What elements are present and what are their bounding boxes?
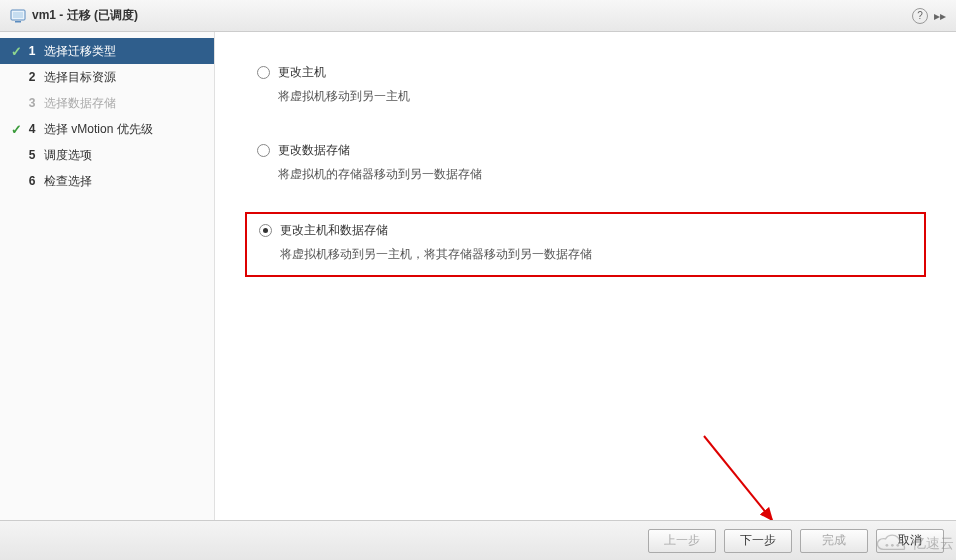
svg-rect-1 [13,12,23,18]
wizard-sidebar: ✓ 1 选择迁移类型 2 选择目标资源 3 选择数据存储 ✓ 4 选择 vMot… [0,32,215,520]
radio-change-host[interactable] [257,66,270,79]
wizard-step-6[interactable]: 6 检查选择 [0,168,214,194]
wizard-main: 更改主机 将虚拟机移动到另一主机 更改数据存储 将虚拟机的存储器移动到另一数据存… [215,32,956,520]
wizard-step-2[interactable]: 2 选择目标资源 [0,64,214,90]
wizard-body: ✓ 1 选择迁移类型 2 选择目标资源 3 选择数据存储 ✓ 4 选择 vMot… [0,32,956,520]
radio-change-both[interactable] [259,224,272,237]
option-desc: 将虚拟机移动到另一主机，将其存储器移动到另一数据存储 [280,245,912,264]
check-icon: ✓ [8,122,24,137]
watermark: 亿速云 [874,534,954,554]
wizard-footer: 上一步 下一步 完成 取消 [0,520,956,560]
option-desc: 将虚拟机移动到另一主机 [278,87,914,106]
option-change-datastore[interactable]: 更改数据存储 将虚拟机的存储器移动到另一数据存储 [245,134,926,194]
option-title: 更改主机 [278,64,326,81]
watermark-text: 亿速云 [912,535,954,553]
step-label: 选择 vMotion 优先级 [40,121,153,138]
step-label: 选择迁移类型 [40,43,116,60]
svg-rect-2 [15,21,21,23]
next-button[interactable]: 下一步 [724,529,792,553]
expand-icon[interactable]: ▸▸ [934,9,946,23]
step-label: 检查选择 [40,173,92,190]
option-desc: 将虚拟机的存储器移动到另一数据存储 [278,165,914,184]
wizard-step-3: 3 选择数据存储 [0,90,214,116]
option-change-host[interactable]: 更改主机 将虚拟机移动到另一主机 [245,56,926,116]
help-icon[interactable]: ? [912,8,928,24]
step-label: 选择数据存储 [40,95,116,112]
option-change-both[interactable]: 更改主机和数据存储 将虚拟机移动到另一主机，将其存储器移动到另一数据存储 [245,212,926,276]
svg-point-4 [886,544,889,547]
window-title: vm1 - 迁移 (已调度) [32,7,912,24]
wizard-step-4[interactable]: ✓ 4 选择 vMotion 优先级 [0,116,214,142]
radio-change-datastore[interactable] [257,144,270,157]
step-number: 2 [24,70,40,84]
step-number: 4 [24,122,40,136]
back-button: 上一步 [648,529,716,553]
finish-button: 完成 [800,529,868,553]
check-icon: ✓ [8,44,24,59]
svg-point-5 [891,544,894,547]
option-title: 更改主机和数据存储 [280,222,388,239]
step-label: 选择目标资源 [40,69,116,86]
cloud-icon [874,534,908,554]
svg-point-6 [896,544,899,547]
step-number: 3 [24,96,40,110]
step-number: 6 [24,174,40,188]
titlebar: vm1 - 迁移 (已调度) ? ▸▸ [0,0,956,32]
option-title: 更改数据存储 [278,142,350,159]
wizard-step-5[interactable]: 5 调度选项 [0,142,214,168]
step-number: 1 [24,44,40,58]
step-number: 5 [24,148,40,162]
wizard-step-1[interactable]: ✓ 1 选择迁移类型 [0,38,214,64]
step-label: 调度选项 [40,147,92,164]
vm-icon [10,8,26,24]
